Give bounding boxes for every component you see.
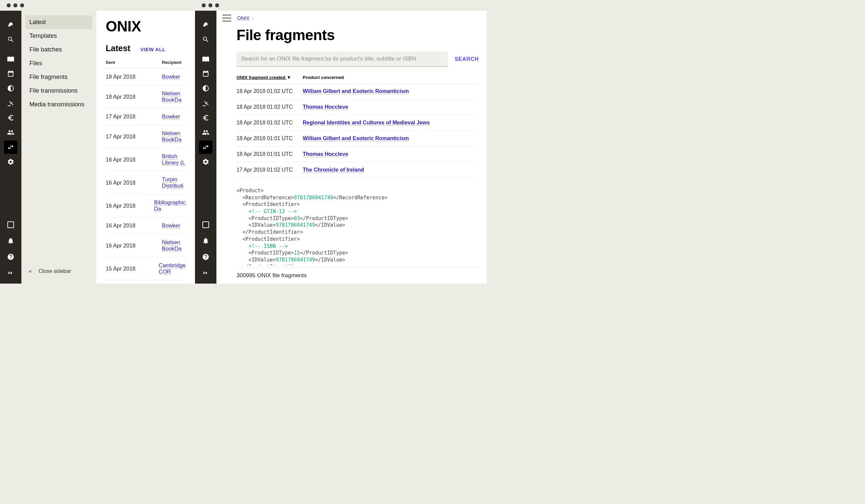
search-icon[interactable] [4,33,18,46]
table-row: 18 Apr 2018 01:01 UTC William Gilbert an… [237,131,478,146]
col-recipient-header: Recipient [162,60,186,65]
square-icon[interactable] [4,218,18,232]
page-title: ONIX [106,18,186,35]
created-date: 18 Apr 2018 01:02 UTC [237,120,303,126]
recipient-link[interactable]: Nielsen BookDa [162,239,182,252]
help-icon[interactable] [4,250,18,263]
created-date: 17 Apr 2018 01:02 UTC [237,167,303,173]
zoom-window-dot[interactable] [215,3,219,7]
table-row: 16 Apr 2018 British Library (L [106,148,186,171]
fragments-main: ONIX › File fragments SEARCH ONIX fragme… [216,11,487,284]
sidebar-item-templates[interactable]: Templates [25,29,92,43]
recipient-link[interactable]: Bowker [162,222,180,229]
sidebar-item-file-fragments[interactable]: File fragments [25,70,92,84]
transmission-rows: 18 Apr 2018 Bowker18 Apr 2018 Nielsen Bo… [106,69,186,280]
sidebar-item-files[interactable]: Files [25,57,92,70]
table-header: ONIX fragment created ▼ Product concerne… [237,75,478,84]
col-sent-header: Sent [106,60,162,65]
created-date: 18 Apr 2018 01:02 UTC [237,88,303,94]
sidebar-item-media-transmissions[interactable]: Media transmissions [25,98,92,112]
swap-icon[interactable] [199,140,212,154]
calendar-icon[interactable] [199,67,212,80]
table-row: 18 Apr 2018 01:02 UTC Thomas Hoccleve [237,99,478,115]
sent-date: 18 Apr 2018 [106,94,162,100]
bird-icon[interactable] [4,18,18,32]
close-window-dot[interactable] [7,3,11,7]
col-product-header: Product concerned [303,75,478,80]
sent-date: 16 Apr 2018 [106,179,162,186]
hamburger-icon[interactable] [222,15,231,21]
minimize-window-dot[interactable] [13,3,18,7]
bird-icon[interactable] [199,18,212,32]
people-icon[interactable] [199,126,212,139]
square-icon[interactable] [199,218,212,232]
people-icon[interactable] [4,126,18,139]
sort-desc-icon: ▼ [287,75,291,80]
auction-icon[interactable] [4,96,18,110]
auction-icon[interactable] [199,96,212,110]
close-sidebar-label: Close sidebar [38,268,71,274]
table-row: 18 Apr 2018 01:02 UTC Regional Identitie… [237,115,478,131]
recipient-link[interactable]: Turpin Distributi [162,176,183,189]
section-title-latest: Latest [106,44,130,53]
table-row: 16 Apr 2018 Bibliographic Da [106,194,186,218]
search-button[interactable]: SEARCH [454,56,478,62]
xml-preview: <Product> <RecordReference>9781786941749… [237,187,478,265]
bell-icon[interactable] [199,234,212,247]
euro-icon[interactable] [4,111,18,125]
product-link[interactable]: Regional Identities and Cultures of Medi… [303,120,430,126]
nav-rail [195,11,216,284]
expand-sidebar-icon[interactable] [4,266,18,280]
left-window: Latest Templates File batches Files File… [0,0,195,284]
recipient-link[interactable]: Nielsen BookDa [162,130,182,143]
recipient-link[interactable]: Bowker [162,113,180,120]
zoom-window-dot[interactable] [20,3,24,7]
recipient-link[interactable]: Bowker [162,73,180,80]
sidebar-item-file-transmissions[interactable]: File transmissions [25,84,92,98]
product-link[interactable]: The Chronicle of Ireland [303,167,364,173]
close-window-dot[interactable] [202,3,206,7]
col-created-header[interactable]: ONIX fragment created [237,75,287,80]
bell-icon[interactable] [4,234,18,247]
created-date: 18 Apr 2018 01:01 UTC [237,151,303,157]
help-icon[interactable] [199,250,212,263]
product-link[interactable]: William Gilbert and Esoteric Romanticism [303,88,409,94]
recipient-link[interactable]: Nielsen BookDa [162,90,182,103]
calendar-icon[interactable] [4,67,18,80]
nav-rail [0,11,21,284]
euro-icon[interactable] [199,111,212,125]
titlebar [0,0,195,11]
gear-icon[interactable] [4,155,18,168]
recipient-link[interactable]: Bibliographic Da [154,199,186,212]
table-row: 18 Apr 2018 01:01 UTC Thomas Hoccleve [237,146,478,162]
contrast-icon[interactable] [199,82,212,95]
product-link[interactable]: Thomas Hoccleve [303,151,348,157]
page-title: File fragments [237,27,478,44]
recipient-link[interactable]: Cambridge COR [159,262,186,275]
contrast-icon[interactable] [4,82,18,95]
table-row: 18 Apr 2018 Nielsen BookDa [106,85,186,108]
table-row: 17 Apr 2018 Bowker [106,108,186,125]
sent-date: 18 Apr 2018 [106,73,162,80]
gear-icon[interactable] [199,155,212,168]
view-all-link[interactable]: VIEW ALL [140,46,165,52]
search-icon[interactable] [199,33,212,46]
close-sidebar-button[interactable]: « Close sidebar [25,263,92,279]
swap-icon[interactable] [4,140,18,154]
table-row: 15 Apr 2018 Cambridge COR [106,257,186,280]
sidebar-item-file-batches[interactable]: File batches [25,43,92,57]
chevron-right-icon: › [252,16,254,21]
book-icon[interactable] [4,52,18,66]
sidebar-item-latest[interactable]: Latest [25,15,92,29]
table-row: 16 Apr 2018 Bowker [106,218,186,234]
expand-sidebar-icon[interactable] [199,266,212,280]
product-link[interactable]: William Gilbert and Esoteric Romanticism [303,136,409,141]
book-icon[interactable] [199,52,212,66]
table-row: 18 Apr 2018 01:02 UTC William Gilbert an… [237,84,478,99]
product-link[interactable]: Thomas Hoccleve [303,104,348,110]
breadcrumb-onix[interactable]: ONIX [237,15,250,21]
sent-date: 16 Apr 2018 [106,222,162,229]
minimize-window-dot[interactable] [208,3,212,7]
recipient-link[interactable]: British Library (L [162,153,185,166]
search-input[interactable] [237,51,448,67]
